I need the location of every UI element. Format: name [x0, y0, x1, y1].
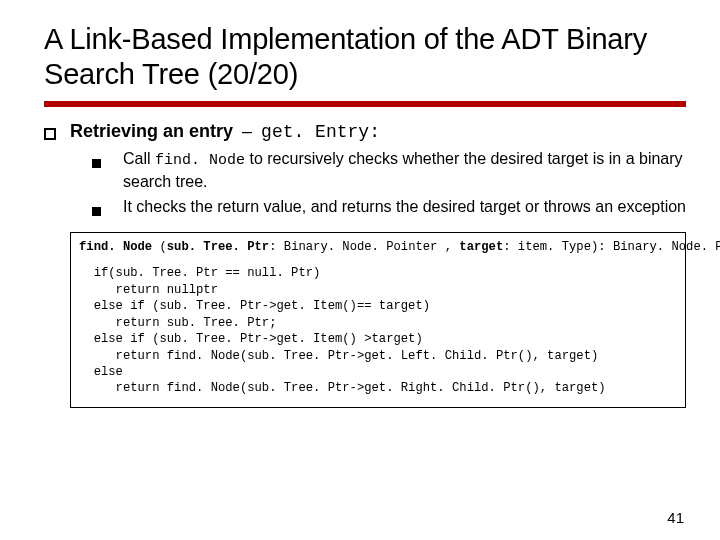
code-line: return nullptr — [79, 282, 677, 298]
sig-p2n: target — [459, 240, 503, 254]
sub0-pre: Call — [123, 150, 155, 167]
code-line: else if (sub. Tree. Ptr->get. Item()== t… — [79, 298, 677, 314]
code-line: return sub. Tree. Ptr; — [79, 315, 677, 331]
bullet-level2: Call find. Node to recursively checks wh… — [92, 148, 686, 193]
code-line: return find. Node(sub. Tree. Ptr->get. L… — [79, 348, 677, 364]
sig-p2t: : item. Type): Binary. Node. Pointer — [503, 240, 720, 254]
sub1-post: It checks the return value, and returns … — [123, 198, 686, 215]
code-box: find. Node (sub. Tree. Ptr: Binary. Node… — [70, 232, 686, 408]
hollow-square-bullet-icon — [44, 128, 56, 140]
slide: A Link-Based Implementation of the ADT B… — [0, 0, 720, 540]
sig-open: ( — [152, 240, 167, 254]
dash: – — [242, 121, 252, 141]
sig-fn: find. Node — [79, 240, 152, 254]
filled-square-bullet-icon — [92, 207, 101, 216]
lvl1-code: get. Entry — [261, 122, 369, 142]
slide-title: A Link-Based Implementation of the ADT B… — [44, 22, 686, 107]
lvl1-label: Retrieving an entry — [70, 121, 233, 141]
code-line: else — [79, 364, 677, 380]
lvl1-colon: : — [369, 122, 380, 142]
filled-square-bullet-icon — [92, 159, 101, 168]
bullet-level2: It checks the return value, and returns … — [92, 196, 686, 217]
bullet-level2-text: It checks the return value, and returns … — [123, 196, 686, 217]
bullet-level1: Retrieving an entry – get. Entry: — [44, 121, 686, 142]
sub0-code: find. Node — [155, 152, 245, 169]
page-number: 41 — [667, 509, 684, 526]
code-line: else if (sub. Tree. Ptr->get. Item() >ta… — [79, 331, 677, 347]
code-line: if(sub. Tree. Ptr == null. Ptr) — [79, 265, 677, 281]
bullet-level2-text: Call find. Node to recursively checks wh… — [123, 148, 686, 193]
code-line: return find. Node(sub. Tree. Ptr->get. R… — [79, 380, 677, 396]
sig-p1n: sub. Tree. Ptr — [167, 240, 269, 254]
bullet-level1-text: Retrieving an entry – get. Entry: — [70, 121, 380, 142]
sig-p1t: : Binary. Node. Pointer , — [269, 240, 459, 254]
code-signature: find. Node (sub. Tree. Ptr: Binary. Node… — [79, 239, 677, 255]
